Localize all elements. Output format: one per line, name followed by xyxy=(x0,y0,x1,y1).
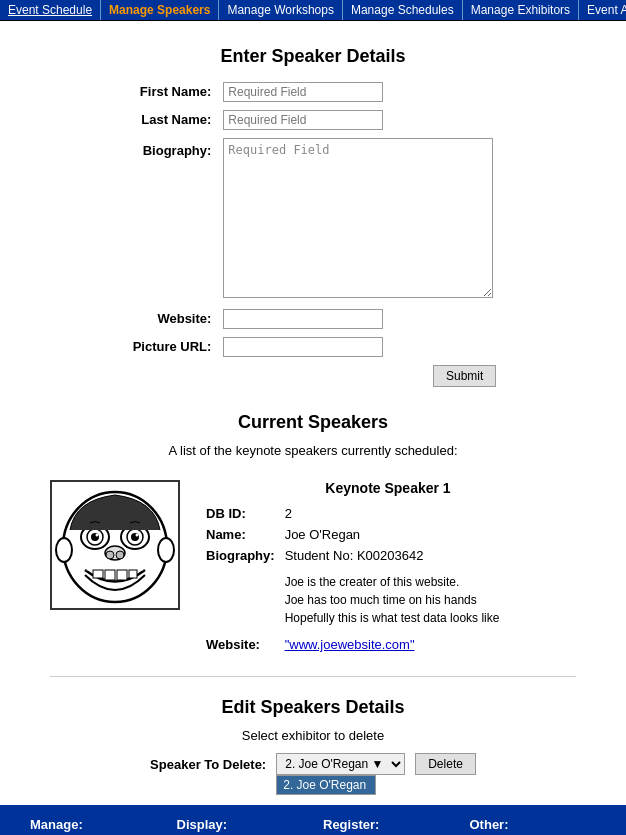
current-speakers-subtitle: A list of the keynote speakers currently… xyxy=(20,443,606,458)
svg-point-17 xyxy=(158,538,174,562)
dropdown-options: 2. Joe O'Regan xyxy=(276,775,376,795)
svg-point-8 xyxy=(136,534,139,537)
name-value: Joe O'Regan xyxy=(281,525,504,544)
db-id-value: 2 xyxy=(281,504,504,523)
register-title: Register: xyxy=(323,817,450,832)
footer-manage-col: Manage: h. Manage Speakers i. Manage Wor… xyxy=(20,817,167,835)
nav-event-schedule[interactable]: Event Schedule xyxy=(0,0,101,20)
navigation: Event Schedule Manage Speakers Manage Wo… xyxy=(0,0,626,21)
main-content: Enter Speaker Details First Name: Last N… xyxy=(0,21,626,805)
db-id-label: DB ID: xyxy=(202,504,279,523)
enter-speaker-form: Enter Speaker Details First Name: Last N… xyxy=(20,46,606,392)
svg-rect-12 xyxy=(93,570,103,578)
last-name-input[interactable] xyxy=(223,110,383,130)
website-label-info: Website: xyxy=(202,631,279,654)
svg-point-16 xyxy=(56,538,72,562)
speaker-dropdown-container: 2. Joe O'Regan ▼ 2. Joe O'Regan xyxy=(276,753,405,775)
nav-manage-exhibitors[interactable]: Manage Exhibitors xyxy=(463,0,579,20)
form-title: Enter Speaker Details xyxy=(20,46,606,67)
footer-display-col: Display: 1. Show Speakers 2. Show Worksh… xyxy=(167,817,314,835)
other-title: Other: xyxy=(470,817,597,832)
svg-point-11 xyxy=(116,551,124,559)
first-name-label: First Name: xyxy=(140,84,212,99)
biography-label: Biography: xyxy=(143,143,212,158)
picture-url-input[interactable] xyxy=(223,337,383,357)
manage-title: Manage: xyxy=(30,817,157,832)
last-name-label: Last Name: xyxy=(141,112,211,127)
nav-manage-workshops[interactable]: Manage Workshops xyxy=(219,0,343,20)
picture-url-label: Picture URL: xyxy=(133,339,212,354)
edit-section-subtitle: Select exhibitor to delete xyxy=(20,728,606,743)
display-title: Display: xyxy=(177,817,304,832)
speaker-title: Keynote Speaker 1 xyxy=(200,480,576,496)
svg-point-4 xyxy=(96,534,99,537)
first-name-input[interactable] xyxy=(223,82,383,102)
nav-manage-speakers[interactable]: Manage Speakers xyxy=(101,0,219,20)
biography-label-info: Biography: xyxy=(202,546,279,565)
nav-manage-schedules[interactable]: Manage Schedules xyxy=(343,0,463,20)
footer: Manage: h. Manage Speakers i. Manage Wor… xyxy=(0,805,626,835)
svg-point-10 xyxy=(106,551,114,559)
biography-value: Student No: K00203642 xyxy=(281,546,504,565)
current-speakers-section: Current Speakers A list of the keynote s… xyxy=(20,412,606,677)
form-table: First Name: Last Name: Biography: xyxy=(126,77,501,392)
edit-speakers-section: Edit Speakers Details Select exhibitor t… xyxy=(20,697,606,775)
svg-rect-14 xyxy=(117,570,127,580)
dropdown-option-selected[interactable]: 2. Joe O'Regan xyxy=(277,776,375,794)
current-speakers-title: Current Speakers xyxy=(20,412,606,433)
website-input[interactable] xyxy=(223,309,383,329)
divider xyxy=(50,676,576,677)
website-label: Website: xyxy=(157,311,211,326)
footer-other-col: Other: 7. Home Page 8. Event Administrat… xyxy=(460,817,607,835)
svg-rect-13 xyxy=(105,570,115,580)
speaker-card: Keynote Speaker 1 DB ID: 2 Name: Joe O'R… xyxy=(20,470,606,666)
speaker-details-table: DB ID: 2 Name: Joe O'Regan Biography: St… xyxy=(200,502,505,656)
delete-button[interactable]: Delete xyxy=(415,753,476,775)
edit-section-title: Edit Speakers Details xyxy=(20,697,606,718)
name-label: Name: xyxy=(202,525,279,544)
nav-event-administration[interactable]: Event Administration xyxy=(579,0,626,20)
website-link[interactable]: "www.joewebsite.com" xyxy=(285,637,415,652)
edit-form-row: Speaker To Delete: 2. Joe O'Regan ▼ 2. J… xyxy=(20,753,606,775)
submit-button[interactable]: Submit xyxy=(433,365,496,387)
footer-register-col: Register: 5. Administrator Registration … xyxy=(313,817,460,835)
bio-text: Joe is the creater of this website. Joe … xyxy=(285,573,500,627)
speaker-select[interactable]: 2. Joe O'Regan ▼ xyxy=(276,753,405,775)
speaker-image xyxy=(50,480,180,610)
svg-rect-15 xyxy=(129,570,137,578)
speaker-to-delete-label: Speaker To Delete: xyxy=(150,757,266,772)
biography-input[interactable]: Required Field xyxy=(223,138,493,298)
speaker-info: Keynote Speaker 1 DB ID: 2 Name: Joe O'R… xyxy=(200,480,576,656)
